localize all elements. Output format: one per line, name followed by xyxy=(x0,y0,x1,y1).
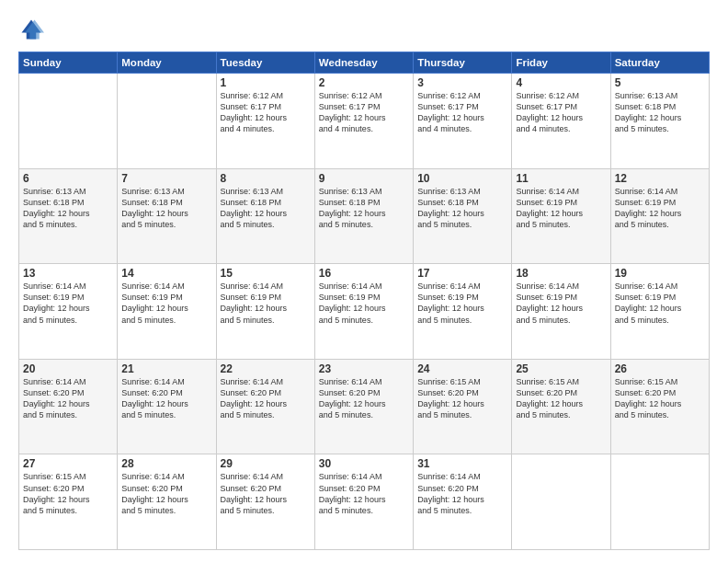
weekday-header: Wednesday xyxy=(314,52,413,74)
day-info: Sunrise: 6:14 AM Sunset: 6:20 PM Dayligh… xyxy=(319,376,409,421)
calendar-day-cell: 9Sunrise: 6:13 AM Sunset: 6:18 PM Daylig… xyxy=(314,168,413,264)
calendar-day-cell: 12Sunrise: 6:14 AM Sunset: 6:19 PM Dayli… xyxy=(610,168,709,264)
day-info: Sunrise: 6:14 AM Sunset: 6:19 PM Dayligh… xyxy=(615,186,705,231)
calendar-day-cell xyxy=(118,74,216,169)
day-number: 27 xyxy=(23,457,113,470)
calendar-week-row: 27Sunrise: 6:15 AM Sunset: 6:20 PM Dayli… xyxy=(19,454,710,550)
day-info: Sunrise: 6:14 AM Sunset: 6:19 PM Dayligh… xyxy=(615,281,705,326)
weekday-row: SundayMondayTuesdayWednesdayThursdayFrid… xyxy=(19,52,710,74)
calendar-day-cell: 27Sunrise: 6:15 AM Sunset: 6:20 PM Dayli… xyxy=(19,454,118,550)
day-number: 23 xyxy=(319,362,409,375)
calendar-day-cell: 23Sunrise: 6:14 AM Sunset: 6:20 PM Dayli… xyxy=(314,359,413,454)
calendar-day-cell: 19Sunrise: 6:14 AM Sunset: 6:19 PM Dayli… xyxy=(610,264,709,360)
calendar-day-cell: 18Sunrise: 6:14 AM Sunset: 6:19 PM Dayli… xyxy=(512,264,610,360)
day-number: 6 xyxy=(23,172,113,185)
calendar-day-cell: 26Sunrise: 6:15 AM Sunset: 6:20 PM Dayli… xyxy=(610,359,709,454)
day-info: Sunrise: 6:13 AM Sunset: 6:18 PM Dayligh… xyxy=(615,90,705,135)
calendar-day-cell xyxy=(19,74,118,169)
day-number: 1 xyxy=(221,76,311,89)
day-number: 29 xyxy=(221,457,311,470)
day-number: 15 xyxy=(221,267,311,280)
day-number: 16 xyxy=(319,267,409,280)
weekday-header: Monday xyxy=(118,52,216,74)
calendar-day-cell: 30Sunrise: 6:14 AM Sunset: 6:20 PM Dayli… xyxy=(314,454,413,550)
page: SundayMondayTuesdayWednesdayThursdayFrid… xyxy=(0,0,728,563)
day-info: Sunrise: 6:14 AM Sunset: 6:19 PM Dayligh… xyxy=(319,281,409,326)
calendar-week-row: 20Sunrise: 6:14 AM Sunset: 6:20 PM Dayli… xyxy=(19,359,710,454)
day-info: Sunrise: 6:15 AM Sunset: 6:20 PM Dayligh… xyxy=(516,376,606,421)
day-info: Sunrise: 6:15 AM Sunset: 6:20 PM Dayligh… xyxy=(615,376,705,421)
calendar-day-cell: 14Sunrise: 6:14 AM Sunset: 6:19 PM Dayli… xyxy=(118,264,216,360)
day-number: 5 xyxy=(615,76,705,89)
day-info: Sunrise: 6:14 AM Sunset: 6:19 PM Dayligh… xyxy=(417,281,507,326)
calendar-day-cell: 7Sunrise: 6:13 AM Sunset: 6:18 PM Daylig… xyxy=(118,168,216,264)
day-number: 21 xyxy=(121,362,211,375)
calendar-header: SundayMondayTuesdayWednesdayThursdayFrid… xyxy=(19,52,710,74)
calendar-day-cell: 6Sunrise: 6:13 AM Sunset: 6:18 PM Daylig… xyxy=(19,168,118,264)
day-info: Sunrise: 6:12 AM Sunset: 6:17 PM Dayligh… xyxy=(516,90,606,135)
day-number: 28 xyxy=(121,457,211,470)
day-number: 9 xyxy=(319,172,409,185)
calendar-week-row: 6Sunrise: 6:13 AM Sunset: 6:18 PM Daylig… xyxy=(19,168,710,264)
calendar-body: 1Sunrise: 6:12 AM Sunset: 6:17 PM Daylig… xyxy=(19,74,710,550)
day-number: 4 xyxy=(516,76,606,89)
calendar-day-cell: 22Sunrise: 6:14 AM Sunset: 6:20 PM Dayli… xyxy=(216,359,314,454)
day-number: 24 xyxy=(417,362,507,375)
day-info: Sunrise: 6:14 AM Sunset: 6:20 PM Dayligh… xyxy=(221,471,311,516)
calendar-day-cell: 29Sunrise: 6:14 AM Sunset: 6:20 PM Dayli… xyxy=(216,454,314,550)
weekday-header: Sunday xyxy=(19,52,118,74)
day-info: Sunrise: 6:12 AM Sunset: 6:17 PM Dayligh… xyxy=(319,90,409,135)
day-number: 17 xyxy=(417,267,507,280)
day-info: Sunrise: 6:14 AM Sunset: 6:19 PM Dayligh… xyxy=(121,281,211,326)
day-info: Sunrise: 6:13 AM Sunset: 6:18 PM Dayligh… xyxy=(23,186,113,231)
day-info: Sunrise: 6:14 AM Sunset: 6:20 PM Dayligh… xyxy=(221,376,311,421)
day-number: 14 xyxy=(121,267,211,280)
calendar-day-cell: 31Sunrise: 6:14 AM Sunset: 6:20 PM Dayli… xyxy=(414,454,512,550)
calendar-day-cell: 8Sunrise: 6:13 AM Sunset: 6:18 PM Daylig… xyxy=(216,168,314,264)
day-number: 7 xyxy=(121,172,211,185)
calendar-day-cell: 25Sunrise: 6:15 AM Sunset: 6:20 PM Dayli… xyxy=(512,359,610,454)
day-number: 22 xyxy=(221,362,311,375)
day-info: Sunrise: 6:14 AM Sunset: 6:19 PM Dayligh… xyxy=(23,281,113,326)
calendar-day-cell: 28Sunrise: 6:14 AM Sunset: 6:20 PM Dayli… xyxy=(118,454,216,550)
day-info: Sunrise: 6:14 AM Sunset: 6:20 PM Dayligh… xyxy=(23,376,113,421)
weekday-header: Friday xyxy=(512,52,610,74)
weekday-header: Tuesday xyxy=(216,52,314,74)
calendar-day-cell: 13Sunrise: 6:14 AM Sunset: 6:19 PM Dayli… xyxy=(19,264,118,360)
day-number: 2 xyxy=(319,76,409,89)
day-info: Sunrise: 6:14 AM Sunset: 6:19 PM Dayligh… xyxy=(516,186,606,231)
logo-icon xyxy=(18,17,44,42)
day-number: 19 xyxy=(615,267,705,280)
calendar-day-cell: 16Sunrise: 6:14 AM Sunset: 6:19 PM Dayli… xyxy=(314,264,413,360)
day-info: Sunrise: 6:12 AM Sunset: 6:17 PM Dayligh… xyxy=(221,90,311,135)
calendar-day-cell: 2Sunrise: 6:12 AM Sunset: 6:17 PM Daylig… xyxy=(314,74,413,169)
day-info: Sunrise: 6:15 AM Sunset: 6:20 PM Dayligh… xyxy=(23,471,113,516)
weekday-header: Thursday xyxy=(414,52,512,74)
day-number: 11 xyxy=(516,172,606,185)
calendar-day-cell: 21Sunrise: 6:14 AM Sunset: 6:20 PM Dayli… xyxy=(118,359,216,454)
day-number: 3 xyxy=(417,76,507,89)
calendar-day-cell: 1Sunrise: 6:12 AM Sunset: 6:17 PM Daylig… xyxy=(216,74,314,169)
day-number: 8 xyxy=(221,172,311,185)
day-info: Sunrise: 6:14 AM Sunset: 6:20 PM Dayligh… xyxy=(319,471,409,516)
calendar-table: SundayMondayTuesdayWednesdayThursdayFrid… xyxy=(18,52,710,550)
calendar-day-cell: 20Sunrise: 6:14 AM Sunset: 6:20 PM Dayli… xyxy=(19,359,118,454)
day-number: 26 xyxy=(615,362,705,375)
calendar-day-cell xyxy=(512,454,610,550)
calendar-day-cell: 11Sunrise: 6:14 AM Sunset: 6:19 PM Dayli… xyxy=(512,168,610,264)
day-info: Sunrise: 6:13 AM Sunset: 6:18 PM Dayligh… xyxy=(221,186,311,231)
calendar-day-cell: 4Sunrise: 6:12 AM Sunset: 6:17 PM Daylig… xyxy=(512,74,610,169)
day-number: 30 xyxy=(319,457,409,470)
day-number: 13 xyxy=(23,267,113,280)
day-info: Sunrise: 6:14 AM Sunset: 6:20 PM Dayligh… xyxy=(417,471,507,516)
weekday-header: Saturday xyxy=(610,52,709,74)
day-number: 20 xyxy=(23,362,113,375)
day-info: Sunrise: 6:13 AM Sunset: 6:18 PM Dayligh… xyxy=(319,186,409,231)
logo xyxy=(18,17,48,42)
calendar-day-cell: 10Sunrise: 6:13 AM Sunset: 6:18 PM Dayli… xyxy=(414,168,512,264)
calendar-week-row: 13Sunrise: 6:14 AM Sunset: 6:19 PM Dayli… xyxy=(19,264,710,360)
calendar-day-cell: 3Sunrise: 6:12 AM Sunset: 6:17 PM Daylig… xyxy=(414,74,512,169)
calendar-week-row: 1Sunrise: 6:12 AM Sunset: 6:17 PM Daylig… xyxy=(19,74,710,169)
day-info: Sunrise: 6:12 AM Sunset: 6:17 PM Dayligh… xyxy=(417,90,507,135)
day-info: Sunrise: 6:14 AM Sunset: 6:19 PM Dayligh… xyxy=(221,281,311,326)
